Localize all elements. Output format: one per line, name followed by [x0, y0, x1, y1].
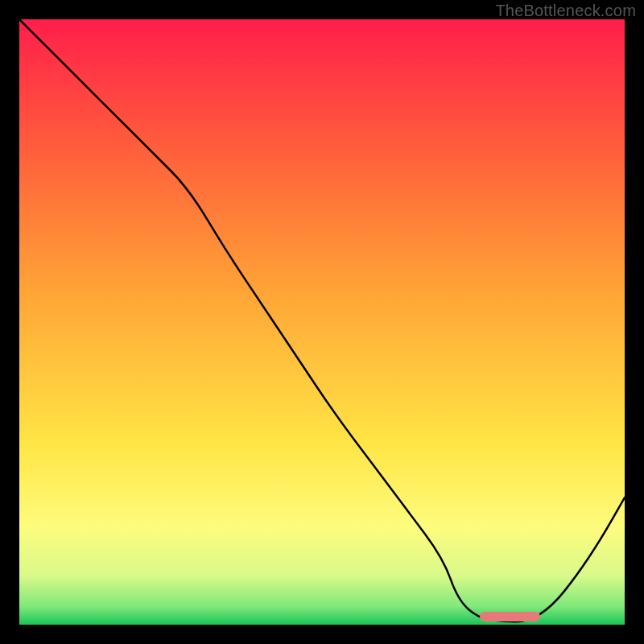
watermark-text: TheBottleneck.com [495, 2, 636, 20]
figure-frame: TheBottleneck.com [0, 0, 644, 644]
chart-svg [19, 19, 625, 625]
optimal-range-marker [480, 612, 540, 621]
plot-area [19, 19, 625, 625]
